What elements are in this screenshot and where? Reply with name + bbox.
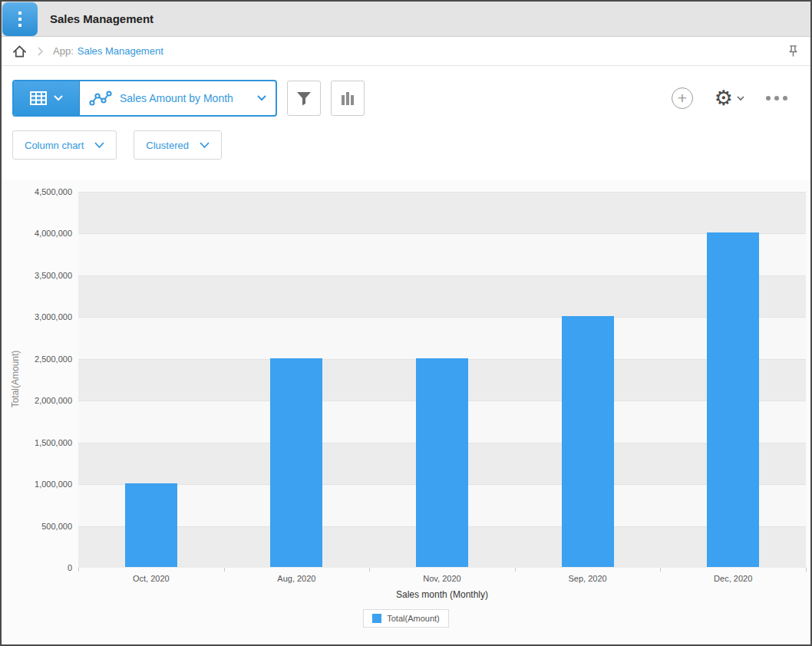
x-axis-title: Sales month (Monthly) (78, 589, 806, 600)
y-axis-title: Total(Amount) (10, 302, 21, 456)
chart-options-row: Column chart Clustered (12, 130, 800, 160)
y-axis-tick-label: 2,000,000 (2, 396, 72, 405)
graph-selector-dropdown[interactable]: Sales Amount by Month (80, 81, 276, 115)
legend-swatch (372, 614, 381, 623)
chevron-down-icon (200, 142, 210, 149)
plot-band (78, 192, 806, 233)
table-grid-icon (30, 91, 47, 105)
x-axis-tick-label: Dec, 2020 (660, 574, 806, 583)
chart-bar-aug-2020[interactable] (270, 358, 322, 567)
y-axis-tick-label: 2,500,000 (2, 354, 72, 364)
y-axis-tick-label: 4,500,000 (2, 187, 72, 196)
x-axis-tick-label: Aug, 2020 (224, 574, 370, 583)
y-axis-tick-label: 3,000,000 (2, 312, 72, 321)
legend-label: Total(Amount) (387, 614, 439, 623)
funnel-icon (295, 91, 312, 107)
x-axis-tick-mark (369, 568, 370, 572)
app-title: Sales Management (50, 12, 153, 25)
plot-area (78, 192, 806, 568)
y-axis-tick-label: 1,500,000 (2, 438, 72, 447)
x-axis-tick-label: Sep, 2020 (515, 574, 661, 583)
chart-bar-dec-2020[interactable] (707, 232, 759, 567)
breadcrumb-separator-icon (38, 47, 44, 56)
breadcrumb: App: Sales Management (2, 37, 810, 66)
plot-band (78, 317, 806, 358)
gridline (78, 192, 806, 193)
chevron-down-icon (94, 142, 104, 149)
toolbar-row-main: Sales Amount by Month + ⚙ (12, 80, 800, 117)
pin-icon[interactable] (787, 44, 800, 60)
table-view-button[interactable] (14, 81, 80, 115)
x-axis-tick-label: Oct, 2020 (78, 574, 224, 583)
x-axis-tick-mark (806, 568, 807, 572)
settings-button[interactable]: ⚙ (715, 88, 744, 109)
chart-type-label: Column chart (25, 140, 84, 151)
gear-icon: ⚙ (715, 88, 733, 109)
legend-item[interactable]: Total(Amount) (363, 609, 448, 628)
chart-bar-sep-2020[interactable] (562, 316, 614, 567)
chart-bar-oct-2020[interactable] (125, 483, 177, 567)
y-axis-tick-label: 0 (2, 563, 72, 572)
chevron-down-icon (54, 95, 63, 101)
chart-bar-nov-2020[interactable] (416, 358, 468, 567)
x-axis-tick-mark (660, 568, 661, 572)
gridline (78, 275, 806, 276)
plot-band (78, 275, 806, 317)
add-record-button[interactable]: + (672, 87, 693, 109)
chevron-down-icon (257, 95, 266, 101)
x-axis-tick-label: Nov, 2020 (369, 574, 515, 583)
chart-section: Total(Amount) Sales month (Monthly) Tota… (2, 180, 810, 643)
x-axis-tick-mark (78, 568, 79, 572)
legend: Total(Amount) (2, 609, 810, 628)
app-window: Sales Management App: Sales Management (0, 0, 812, 646)
chevron-down-icon (737, 96, 744, 101)
graph-selector-label: Sales Amount by Month (120, 92, 233, 104)
app-header: Sales Management (2, 2, 810, 37)
breadcrumb-app-link[interactable]: Sales Management (78, 45, 163, 57)
x-axis-tick-mark (515, 568, 516, 572)
y-axis-tick-label: 4,000,000 (2, 229, 72, 238)
breadcrumb-app-prefix: App: (53, 45, 74, 57)
gridline (78, 233, 806, 234)
toolbar-actions: + ⚙ (672, 87, 800, 109)
gridline (78, 317, 806, 318)
chart-button[interactable] (331, 81, 365, 116)
line-chart-icon (89, 91, 112, 107)
chart-type-dropdown[interactable]: Column chart (12, 130, 117, 160)
app-menu-icon[interactable] (2, 2, 38, 36)
y-axis-tick-label: 3,500,000 (2, 271, 72, 280)
plus-icon: + (678, 89, 687, 107)
filter-button[interactable] (287, 81, 321, 116)
more-options-button[interactable] (766, 96, 787, 101)
home-icon[interactable] (12, 44, 27, 58)
cluster-mode-label: Clustered (146, 140, 189, 151)
y-axis-tick-label: 500,000 (2, 522, 72, 531)
y-axis-tick-label: 1,000,000 (2, 480, 72, 489)
x-axis-tick-mark (224, 568, 225, 572)
cluster-mode-dropdown[interactable]: Clustered (134, 130, 222, 160)
bar-chart-icon (340, 91, 355, 106)
view-selector: Sales Amount by Month (12, 80, 277, 117)
plot-band (78, 233, 806, 275)
toolbar: Sales Amount by Month + ⚙ (2, 66, 810, 180)
